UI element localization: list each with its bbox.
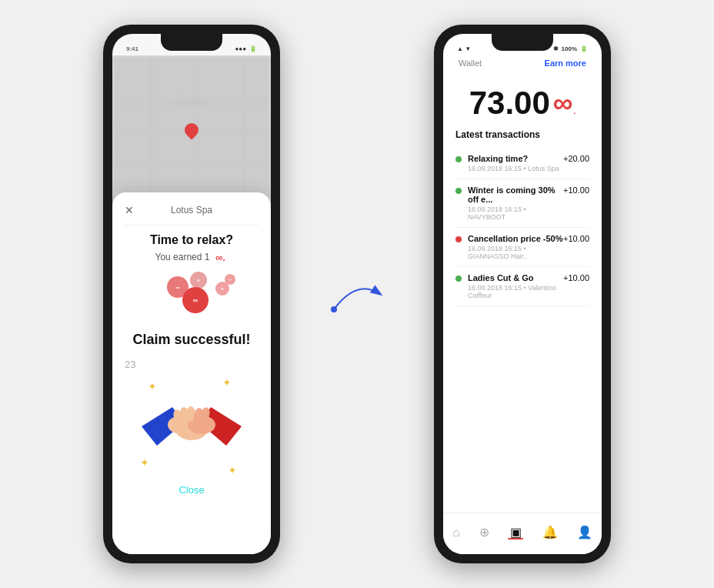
counter-number: 23 [125, 359, 259, 370]
tx-left-1: Relaxing time? 16.09.2018 16:15 • Lotus … [455, 154, 563, 172]
signal-icon-right: ▲ ▼ [457, 45, 471, 52]
bubble-2: ∞ [190, 272, 207, 289]
balance-display: 73.00 ∞. [469, 85, 576, 122]
right-phone: ▲ ▼ ✱ 100% 🔋 Wallet Earn more 73.00 ∞. [434, 25, 611, 563]
tx-name-1: Relaxing time? [468, 154, 563, 163]
arrow-area [326, 263, 388, 325]
tx-meta-4: 16.09.2018 16:15 • Valentino Coiffeur [468, 284, 563, 299]
earned-row: You earned 1 ∞. [125, 252, 259, 262]
sheet-business-name: Lotus Spa [171, 205, 212, 215]
tx-amount-1: +20.00 [563, 154, 589, 163]
tx-meta-1: 16.09.2018 16:15 • Lotus Spa [468, 165, 563, 172]
tx-meta-3: 16.09.2018 16:15 • GIANNASSO Hair.. [468, 245, 563, 260]
battery-bar-icon: 🔋 [580, 45, 588, 52]
home-icon: ⌂ [452, 526, 460, 540]
tx-meta-2: 16.09.2018 16:15 • NAVYBOOT [468, 205, 563, 221]
bubble-5: ∞ [225, 274, 235, 285]
tx-dot-2 [455, 188, 462, 194]
search-icon: ⊕ [479, 525, 489, 540]
sheet-divider [125, 225, 259, 226]
wallet-header: Wallet Earn more [443, 55, 602, 72]
tx-left-2: Winter is coming 30% off e... 16.09.2018… [455, 185, 563, 221]
sparkle-2: ✦ [222, 376, 232, 389]
bubble-3: ∞ [182, 287, 209, 313]
status-icons-right: ✱ 100% 🔋 [553, 45, 588, 52]
nav-wallet[interactable]: ▣ [508, 525, 523, 540]
tx-left-3: Cancellation price -50% 16.09.2018 16:15… [455, 234, 563, 260]
user-icon: 👤 [577, 525, 592, 540]
tx-dot-4 [455, 276, 462, 282]
earn-more-button[interactable]: Earn more [545, 58, 586, 68]
close-button[interactable]: Close [125, 484, 259, 496]
tx-amount-2: +10.00 [563, 185, 589, 195]
svg-point-13 [186, 406, 195, 422]
transactions-label: Latest transactions [443, 129, 602, 148]
wallet-label: Wallet [459, 58, 482, 68]
sheet-header: ✕ Lotus Spa [125, 205, 259, 215]
tx-dot-3 [455, 236, 462, 242]
tx-name-2: Winter is coming 30% off e... [468, 185, 563, 204]
handshake-svg [142, 384, 242, 469]
notch-left [161, 34, 222, 51]
transaction-item-2: Winter is coming 30% off e... 16.09.2018… [455, 179, 589, 228]
tx-name-4: Ladies Cut & Go [468, 273, 563, 282]
right-phone-screen: ▲ ▼ ✱ 100% 🔋 Wallet Earn more 73.00 ∞. [443, 34, 602, 554]
claim-title: Claim successful! [125, 332, 259, 348]
balance-infinity-symbol: ∞ [553, 87, 573, 119]
balance-area: 73.00 ∞. [443, 72, 602, 129]
tx-left-4: Ladies Cut & Go 16.09.2018 16:15 • Valen… [455, 273, 563, 299]
tx-name-3: Cancellation price -50% [468, 234, 563, 243]
wallet-active-indicator [508, 538, 523, 540]
earned-text: You earned 1 [155, 252, 210, 262]
battery-percent: 100% [562, 45, 577, 52]
status-time-left: 9:41 [126, 45, 138, 52]
transaction-item-4: Ladies Cut & Go 16.09.2018 16:15 • Valen… [455, 267, 589, 306]
sheet-main-title: Time to relax? [125, 233, 259, 247]
notch-right [492, 34, 553, 51]
sheet-close-icon[interactable]: ✕ [125, 204, 134, 216]
battery-icon-left: 🔋 [249, 45, 257, 52]
bottom-sheet: ✕ Lotus Spa Time to relax? You earned 1 … [112, 192, 271, 554]
scene: 9:41 ●●● 🔋 Map View [0, 0, 714, 588]
transaction-item-3: Cancellation price -50% 16.09.2018 16:15… [455, 228, 589, 267]
status-icons-left: ●●● 🔋 [235, 45, 258, 52]
left-phone-screen: 9:41 ●●● 🔋 Map View [112, 34, 271, 554]
left-phone: 9:41 ●●● 🔋 Map View [103, 25, 280, 563]
tx-amount-4: +10.00 [563, 273, 589, 282]
tx-info-4: Ladies Cut & Go 16.09.2018 16:15 • Valen… [468, 273, 563, 299]
balance-amount: 73.00 [469, 85, 550, 122]
bell-icon: 🔔 [542, 525, 558, 540]
nav-search[interactable]: ⊕ [479, 525, 489, 540]
nav-notifications[interactable]: 🔔 [542, 525, 558, 540]
sparkle-4: ✦ [228, 464, 237, 476]
nav-home[interactable]: ⌂ [452, 526, 460, 540]
sparkle-3: ✦ [140, 456, 149, 469]
bluetooth-icon: ✱ [553, 45, 559, 52]
signal-icon-left: ●●● [235, 45, 247, 52]
bubbles-area: ∞ ∞ ∞ ∞ ∞ [125, 270, 259, 324]
transaction-item-1: Relaxing time? 16.09.2018 16:15 • Lotus … [455, 148, 589, 179]
svg-point-16 [331, 306, 337, 312]
nav-profile[interactable]: 👤 [577, 525, 592, 540]
sparkle-1: ✦ [148, 380, 157, 393]
tx-info-2: Winter is coming 30% off e... 16.09.2018… [468, 185, 563, 221]
tx-amount-3: +10.00 [563, 234, 589, 243]
earned-infinity-symbol: ∞. [212, 252, 228, 262]
balance-dot: . [574, 107, 576, 115]
tx-info-1: Relaxing time? 16.09.2018 16:15 • Lotus … [468, 154, 563, 172]
transition-arrow [326, 263, 388, 325]
tx-info-3: Cancellation price -50% 16.09.2018 16:15… [468, 234, 563, 260]
map-area: Map View [112, 55, 271, 209]
transaction-list: Relaxing time? 16.09.2018 16:15 • Lotus … [443, 148, 602, 306]
tx-dot-1 [455, 156, 462, 162]
handshake-area: ✦ ✦ ✦ ✦ [125, 376, 259, 476]
bottom-nav: ⌂ ⊕ ▣ 🔔 👤 [443, 513, 602, 554]
